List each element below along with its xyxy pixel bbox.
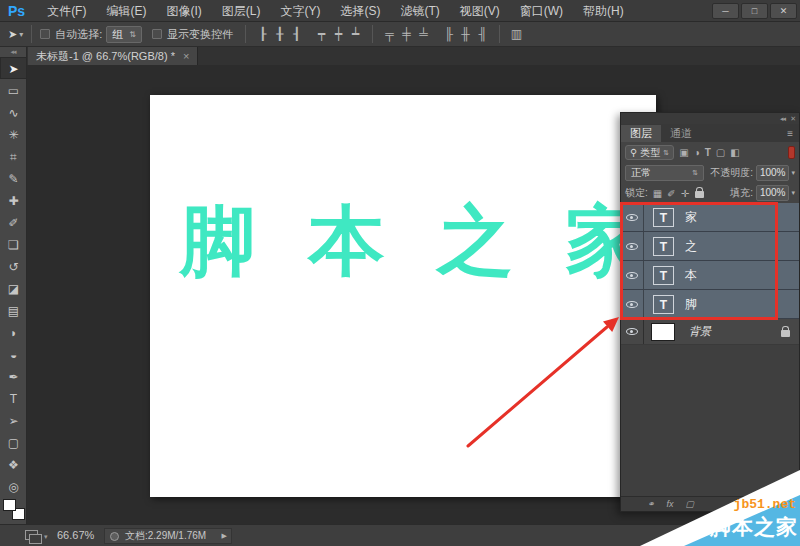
tool-path-selection[interactable]: ➢ (0, 409, 27, 431)
tab-layers[interactable]: 图层 (621, 125, 661, 142)
tab-channels[interactable]: 通道 (661, 125, 701, 142)
menu-edit[interactable]: 编辑(E) (96, 0, 156, 22)
align-top-edges-icon[interactable]: ┯ (313, 23, 330, 45)
lock-label: 锁定: (625, 186, 648, 200)
tool-gradient[interactable]: ▤ (0, 299, 27, 321)
marquee-icon: ▭ (8, 84, 19, 98)
menu-file[interactable]: 文件(F) (37, 0, 96, 22)
status-menu-arrow-icon[interactable]: ▶ (222, 532, 227, 540)
opacity-caret-icon[interactable]: ▾ (791, 169, 795, 177)
document-tab-title: 未标题-1 @ 66.7%(RGB/8) * (36, 49, 175, 64)
filter-type-layers-icon[interactable]: T (705, 147, 711, 158)
auto-select-value: 组 (112, 27, 123, 42)
tool-spot-healing-brush[interactable]: ✚ (0, 189, 27, 211)
lock-image-pixels-icon[interactable]: ✐ (667, 188, 675, 199)
align-left-edges-icon[interactable]: ┠ (254, 23, 271, 45)
color-swatches[interactable] (3, 499, 25, 520)
tool-rectangle-shape[interactable]: ▢ (0, 431, 27, 453)
background-layer-row[interactable]: 背景 (621, 319, 799, 345)
document-canvas[interactable]: 脚 本 之 家 (150, 95, 656, 497)
rectangle-shape-icon: ▢ (8, 436, 19, 450)
fill-value[interactable]: 100% (756, 185, 790, 201)
lock-transparent-pixels-icon[interactable]: ▦ (653, 188, 662, 199)
gradient-icon: ▤ (8, 304, 19, 318)
panel-close-icon[interactable]: ✕ (790, 113, 795, 124)
tool-hand[interactable]: ❖ (0, 453, 27, 475)
fill-caret-icon[interactable]: ▾ (791, 189, 795, 197)
tool-history-brush[interactable]: ↺ (0, 255, 27, 277)
tool-pen[interactable]: ✒ (0, 365, 27, 387)
window-controls: ─ □ ✕ (712, 3, 800, 19)
foreground-color-swatch[interactable] (3, 499, 16, 511)
filter-smart-objects-icon[interactable]: ◧ (730, 147, 739, 158)
filter-kind-label: 类型 (640, 146, 660, 160)
blend-mode-dropdown[interactable]: 正常 ⇅ (625, 165, 704, 181)
show-transform-checkbox[interactable] (152, 29, 162, 39)
document-tab[interactable]: 未标题-1 @ 66.7%(RGB/8) * × (28, 47, 198, 65)
menu-type[interactable]: 文字(Y) (270, 0, 330, 22)
menu-help[interactable]: 帮助(H) (573, 0, 634, 22)
tool-brush[interactable]: ✐ (0, 211, 27, 233)
filter-kind-dropdown[interactable]: ⚲ 类型 ⇅ (625, 145, 674, 160)
menu-window[interactable]: 窗口(W) (510, 0, 573, 22)
layer-mask-icon[interactable]: ▢ (686, 499, 695, 509)
zoom-level[interactable]: 66.67% (57, 529, 94, 541)
align-horizontal-centers-icon[interactable]: ╂ (271, 23, 288, 45)
toolbar-collapse-icon[interactable]: ◂◂ (0, 47, 26, 57)
minimize-button[interactable]: ─ (712, 3, 739, 19)
menu-view[interactable]: 视图(V) (450, 0, 510, 22)
tool-eraser[interactable]: ◪ (0, 277, 27, 299)
maximize-button[interactable]: □ (741, 3, 768, 19)
tool-lasso[interactable]: ∿ (0, 101, 27, 123)
layer-effects-icon[interactable]: fx (667, 499, 674, 509)
filter-pixel-layers-icon[interactable]: ▣ (679, 147, 688, 158)
tool-preset-caret-icon[interactable]: ▾ (19, 30, 23, 39)
tool-blur[interactable]: ◗ (0, 321, 27, 343)
filter-toggle[interactable] (788, 146, 795, 159)
menu-select[interactable]: 选择(S) (330, 0, 390, 22)
screen-mode-icon[interactable] (25, 530, 38, 540)
tool-rectangular-marquee[interactable]: ▭ (0, 79, 27, 101)
distribute-right-edges-icon[interactable]: ╢ (474, 23, 491, 45)
lock-position-icon[interactable]: ✛ (681, 188, 689, 199)
eyedropper-icon: ✎ (8, 172, 18, 186)
divider (31, 25, 32, 43)
distribute-left-edges-icon[interactable]: ╟ (440, 23, 457, 45)
tab-close-icon[interactable]: × (183, 50, 189, 62)
link-layers-icon[interactable]: ⚭ (647, 499, 655, 509)
distribute-horizontal-centers-icon[interactable]: ╫ (457, 23, 474, 45)
tool-move[interactable]: ➤ (0, 57, 27, 79)
lock-all-icon[interactable] (695, 191, 704, 198)
panel-menu-icon[interactable]: ≡ (787, 125, 799, 142)
distribute-top-edges-icon[interactable]: ╤ (381, 23, 398, 45)
auto-select-checkbox[interactable] (40, 29, 50, 39)
tool-eyedropper[interactable]: ✎ (0, 167, 27, 189)
tool-zoom[interactable]: ◎ (0, 475, 27, 497)
opacity-value[interactable]: 100% (756, 165, 790, 181)
tool-clone-stamp[interactable]: ❏ (0, 233, 27, 255)
tool-dodge[interactable]: ◒ (0, 343, 27, 365)
filter-adjustment-layers-icon[interactable]: ◑ (694, 147, 700, 158)
filter-shape-layers-icon[interactable]: ▢ (716, 147, 725, 158)
menu-image[interactable]: 图像(I) (156, 0, 211, 22)
visibility-toggle[interactable] (621, 319, 644, 344)
align-bottom-edges-icon[interactable]: ┷ (347, 23, 364, 45)
tool-crop[interactable]: ⌗ (0, 145, 27, 167)
distribute-bottom-edges-icon[interactable]: ╧ (415, 23, 432, 45)
align-vertical-centers-icon[interactable]: ┿ (330, 23, 347, 45)
distribute-vertical-centers-icon[interactable]: ╪ (398, 23, 415, 45)
healing-brush-icon: ✚ (8, 194, 18, 208)
auto-select-dropdown[interactable]: 组⇅ (106, 26, 142, 43)
panel-collapse-icon[interactable]: ◂◂ (780, 113, 785, 124)
auto-align-layers-icon[interactable]: ▥ (508, 23, 525, 45)
tool-type[interactable]: T (0, 387, 27, 409)
close-button[interactable]: ✕ (770, 3, 797, 19)
menu-layer[interactable]: 图层(L) (212, 0, 271, 22)
crop-icon: ⌗ (10, 150, 17, 164)
blend-mode-value: 正常 (631, 166, 651, 180)
tools-panel: ◂◂ ➤ ▭ ∿ ✳ ⌗ ✎ ✚ ✐ ❏ ↺ ◪ ▤ ◗ ◒ ✒ T ➢ ▢ ❖… (0, 47, 27, 546)
tool-quick-selection[interactable]: ✳ (0, 123, 27, 145)
document-info[interactable]: 文档:2.29M/1.76M ▶ (104, 528, 232, 544)
menu-filter[interactable]: 滤镜(T) (390, 0, 449, 22)
align-right-edges-icon[interactable]: ┨ (288, 23, 305, 45)
